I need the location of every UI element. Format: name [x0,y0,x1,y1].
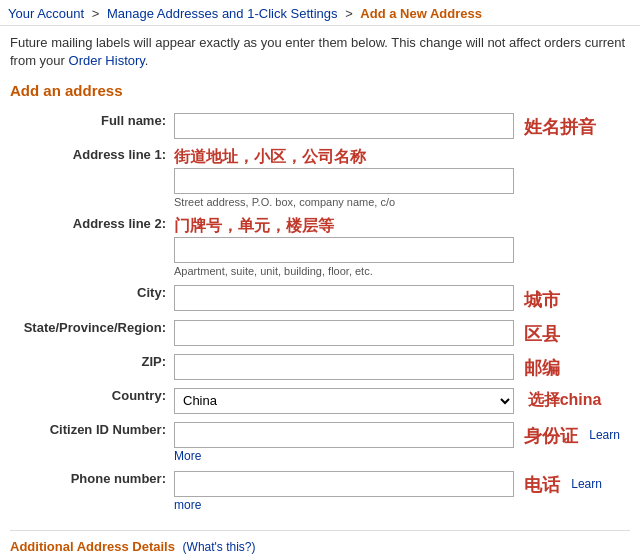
breadcrumb-your-account[interactable]: Your Account [8,6,84,21]
main-content: Future mailing labels will appear exactl… [0,26,640,556]
state-row: State/Province/Region: 区县 [10,316,630,350]
breadcrumb-current: Add a New Address [360,6,482,21]
phone-label: Phone number: [10,467,170,516]
address-form: Full name: 姓名拼音 Address line 1: 街道地址，小区，… [10,109,630,515]
state-input[interactable] [174,320,514,346]
address2-hint: Apartment, suite, unit, building, floor,… [174,265,626,277]
zip-row: ZIP: 邮编 [10,350,630,384]
city-chinese-hint: 城市 [524,290,560,310]
citizen-id-chinese-hint: 身份证 [524,426,578,446]
citizen-id-input[interactable] [174,422,514,448]
breadcrumb-sep2: > [345,6,353,21]
zip-input[interactable] [174,354,514,380]
breadcrumb-sep1: > [92,6,100,21]
whats-this-link[interactable]: (What's this?) [183,540,256,554]
country-row: Country: China United States Japan Germa… [10,384,630,418]
state-label: State/Province/Region: [10,316,170,350]
address2-label: Address line 2: [10,212,170,281]
address1-chinese-hint: 街道地址，小区，公司名称 [174,148,366,165]
phone-row: Phone number: 电话 Learn more [10,467,630,516]
city-input[interactable] [174,285,514,311]
full-name-row: Full name: 姓名拼音 [10,109,630,143]
address1-input[interactable] [174,168,514,194]
select-china-annotation: 选择china [528,391,602,408]
full-name-chinese-hint: 姓名拼音 [524,117,596,137]
phone-input[interactable] [174,471,514,497]
state-chinese-hint: 区县 [524,324,560,344]
full-name-input[interactable] [174,113,514,139]
address1-label: Address line 1: [10,143,170,212]
zip-label: ZIP: [10,350,170,384]
citizen-id-label: Citizen ID Number: [10,418,170,467]
address1-hint: Street address, P.O. box, company name, … [174,196,626,208]
city-label: City: [10,281,170,315]
address2-row: Address line 2: 门牌号，单元，楼层等 Apartment, su… [10,212,630,281]
phone-chinese-hint: 电话 [524,475,560,495]
zip-chinese-hint: 邮编 [524,358,560,378]
breadcrumb: Your Account > Manage Addresses and 1-Cl… [0,0,640,26]
country-select[interactable]: China United States Japan Germany United… [174,388,514,414]
order-history-link[interactable]: Order History [69,53,145,68]
address2-chinese-hint: 门牌号，单元，楼层等 [174,217,334,234]
address2-input[interactable] [174,237,514,263]
full-name-label: Full name: [10,109,170,143]
breadcrumb-manage-addresses[interactable]: Manage Addresses and 1-Click Settings [107,6,338,21]
country-label: Country: [10,384,170,418]
additional-title: Additional Address Details (What's this?… [10,539,630,554]
add-address-title: Add an address [10,82,630,99]
address1-row: Address line 1: 街道地址，小区，公司名称 Street addr… [10,143,630,212]
info-text: Future mailing labels will appear exactl… [10,34,630,70]
citizen-id-row: Citizen ID Number: 身份证 Learn More [10,418,630,467]
additional-section: Additional Address Details (What's this?… [10,530,630,556]
city-row: City: 城市 [10,281,630,315]
